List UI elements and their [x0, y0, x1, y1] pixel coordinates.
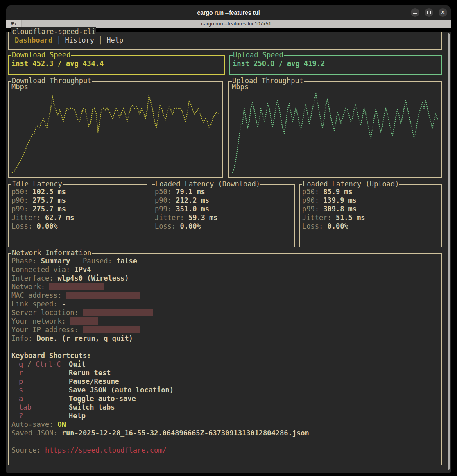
upload-chart-ylabel: Mbps [232, 83, 249, 91]
maximize-button[interactable] [425, 8, 433, 17]
your-ip-line: Your IP address: [9, 326, 441, 334]
latency-p90: p90: 139.9 ms [300, 196, 441, 205]
source-line: Source: https://speed.cloudflare.com/ [9, 446, 441, 455]
tab-history[interactable]: History [65, 36, 94, 44]
terminal-window: cargo run --features tui ✕ ⊞▾ cargo run … [6, 5, 451, 469]
network-line: Network: [9, 283, 441, 291]
terminal-tabbar: ⊞▾ cargo run --features tui 107x51 [6, 20, 451, 28]
server-location-line: Server location: [9, 308, 441, 317]
info-line: Info: Done. (r rerun, q quit) [9, 334, 441, 343]
tab-separator: │ [52, 36, 65, 44]
download-throughput-panel: Download Throughput Mbps [8, 81, 223, 178]
latency-p50: p50: 102.5 ms [9, 188, 147, 196]
upload-speed-title: Upload Speed [233, 51, 284, 59]
download-speed-title: Download Speed [11, 51, 71, 59]
link-speed-line: Link speed: - [9, 300, 441, 308]
app-title: cloudflare-speed-cli [11, 27, 96, 36]
chevron-down-icon: ▾ [14, 22, 16, 26]
window-title: cargo run --features tui [6, 5, 451, 20]
terminal-content: cloudflare-speed-cli Dashboard│History│H… [6, 32, 451, 473]
terminal-tab[interactable]: cargo run --features tui 107x51 [22, 20, 451, 28]
latency-jitter: Jitter: 51.5 ms [300, 213, 441, 222]
minimize-icon [413, 13, 417, 14]
loaded-latency-download-title: Loaded Latency (Download) [155, 180, 260, 188]
idle-latency-title: Idle Latency [11, 180, 63, 188]
redaction-bar [70, 317, 98, 325]
shortcut-switch-tabs: tabSwitch tabs [9, 403, 441, 412]
latency-p90: p90: 275.7 ms [9, 196, 147, 205]
saved-json-line: Saved JSON: run-2025-12-28_16-55-32.0648… [9, 429, 441, 437]
interface-line: Interface: wlp4s0 (Wireless) [9, 274, 441, 283]
autosave-status-line: Auto-save: ON [9, 420, 441, 429]
idle-latency-panel: Idle Latency p50: 102.5 ms p90: 275.7 ms… [8, 184, 147, 247]
network-info-panel: Network Information Phase: Summary Pause… [8, 253, 442, 465]
tab-separator: │ [94, 36, 106, 44]
redaction-bar [83, 309, 153, 316]
minimize-button[interactable] [411, 8, 419, 17]
download-chart-ylabel: Mbps [11, 83, 28, 91]
latency-p99: p99: 351.0 ms [152, 205, 294, 213]
mac-line: MAC address: [9, 291, 441, 300]
close-icon: ✕ [439, 8, 447, 17]
redaction-bar [49, 283, 104, 290]
redaction-bar [66, 292, 140, 299]
desktop-background: cargo run --features tui ✕ ⊞▾ cargo run … [0, 0, 457, 476]
latency-jitter: Jitter: 62.7 ms [9, 213, 147, 222]
upload-speed-panel: Upload Speed inst 250.0 / avg 419.2 [229, 55, 442, 75]
shortcut-save-json: sSave JSON (auto location) [9, 386, 441, 394]
app-tabs-panel: cloudflare-speed-cli Dashboard│History│H… [8, 32, 442, 50]
upload-throughput-panel: Upload Throughput Mbps [228, 81, 442, 178]
close-button[interactable]: ✕ [439, 8, 447, 17]
scrollbar[interactable] [448, 33, 450, 470]
latency-p99: p99: 309.8 ms [300, 205, 441, 213]
latency-loss: Loss: 0.00% [9, 222, 147, 231]
latency-loss: Loss: 0.00% [300, 222, 441, 231]
latency-jitter: Jitter: 59.3 ms [152, 213, 294, 222]
window-list-icon[interactable]: ⊞▾ [6, 20, 22, 28]
latency-p50: p50: 85.9 ms [300, 188, 441, 196]
shortcut-rerun: rRerun test [9, 369, 441, 377]
download-throughput-chart [9, 82, 222, 176]
tab-dashboard[interactable]: Dashboard [15, 36, 52, 44]
tab-help[interactable]: Help [106, 36, 123, 44]
redaction-bar [83, 326, 140, 333]
window-titlebar[interactable]: cargo run --features tui ✕ [6, 5, 451, 20]
loaded-latency-download-panel: Loaded Latency (Download) p50: 79.1 ms p… [152, 184, 295, 247]
latency-row: Idle Latency p50: 102.5 ms p90: 275.7 ms… [8, 184, 451, 247]
shortcuts-heading: Keyboard Shortcuts: [9, 351, 441, 360]
upload-throughput-chart [229, 82, 441, 176]
autosave-status-badge: ON [58, 420, 66, 428]
shortcut-quit: q / Ctrl-CQuit [9, 360, 441, 369]
throughput-row: Download Throughput Mbps Upload Throughp… [8, 81, 451, 178]
network-info-title: Network Information [11, 249, 92, 257]
window-controls: ✕ [411, 8, 447, 17]
maximize-icon [427, 11, 431, 14]
your-network-line: Your network: [9, 317, 441, 326]
phase-line: Phase: Summary Paused: false [9, 257, 441, 265]
connected-via-line: Connected via: IPv4 [9, 265, 441, 274]
latency-p50: p50: 79.1 ms [152, 188, 294, 196]
latency-loss: Loss: 0.00% [152, 222, 294, 231]
shortcut-autosave: aToggle auto-save [9, 394, 441, 403]
latency-p99: p99: 275.7 ms [9, 205, 147, 213]
latency-p90: p90: 212.2 ms [152, 196, 294, 205]
shortcut-help: ?Help [9, 412, 441, 420]
source-link[interactable]: https://speed.cloudflare.com/ [45, 446, 167, 454]
speed-row: Download Speed inst 452.3 / avg 434.4 Up… [8, 55, 451, 75]
loaded-latency-upload-title: Loaded Latency (Upload) [302, 180, 399, 188]
loaded-latency-upload-panel: Loaded Latency (Upload) p50: 85.9 ms p90… [299, 184, 442, 247]
download-speed-panel: Download Speed inst 452.3 / avg 434.4 [8, 55, 225, 75]
shortcut-pause: pPause/Resume [9, 377, 441, 386]
